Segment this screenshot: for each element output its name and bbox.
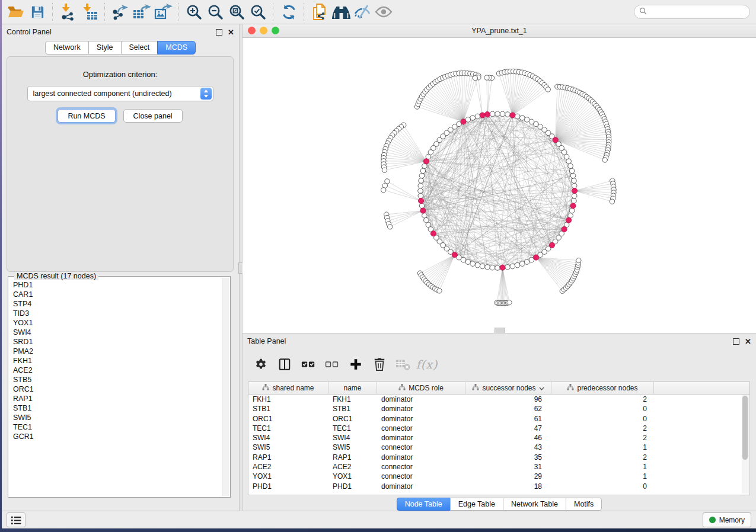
cell-MCDS-role: dominator [377, 482, 465, 491]
tab-network-table[interactable]: Network Table [503, 498, 566, 511]
zoom-fit-icon[interactable] [226, 2, 247, 22]
function-icon[interactable]: f(x) [419, 356, 435, 373]
refresh-icon[interactable] [278, 2, 299, 22]
table-scrollbar-thumb[interactable] [742, 396, 748, 460]
cell-shared-name: STB1 [248, 404, 328, 414]
cell-predecessor-nodes: 0 [551, 482, 654, 491]
search-field[interactable] [634, 5, 750, 19]
mcds-result-item[interactable]: ORC1 [9, 384, 222, 394]
window-close-icon[interactable] [248, 27, 256, 34]
table-row[interactable]: FKH1FKH1dominator962 [248, 395, 749, 404]
select-stepper-icon [200, 88, 212, 100]
mcds-result-item[interactable]: STB5 [9, 375, 222, 384]
table-panel-title: Table Panel [247, 337, 286, 345]
settings-gear-icon[interactable] [253, 356, 269, 373]
window-zoom-icon[interactable] [272, 27, 279, 34]
column-header-name[interactable]: name [328, 382, 377, 394]
tab-motifs[interactable]: Motifs [566, 498, 602, 511]
cell-name: SWI4 [328, 433, 377, 443]
eye-icon[interactable] [373, 2, 394, 22]
table-row[interactable]: RAP1RAP1dominator352 [248, 453, 749, 462]
mcds-result-item[interactable]: YOX1 [9, 318, 222, 328]
close-panel-button[interactable]: Close panel [123, 109, 183, 123]
table-row[interactable]: ACE2ACE2connector311 [248, 462, 749, 472]
tab-select[interactable]: Select [121, 41, 158, 55]
mcds-result-item[interactable]: SWI4 [9, 328, 222, 337]
cell-predecessor-nodes: 2 [551, 433, 654, 443]
optimization-criterion-select[interactable]: largest connected component (undirected) [27, 86, 213, 101]
mcds-result-item[interactable]: FKH1 [9, 356, 222, 366]
export-image-icon[interactable] [152, 2, 174, 22]
task-history-button[interactable] [7, 512, 25, 527]
window-minimize-icon[interactable] [260, 27, 267, 34]
mcds-result-item[interactable]: ACE2 [9, 366, 222, 375]
add-icon[interactable] [348, 356, 363, 373]
cell-shared-name: RAP1 [248, 453, 328, 462]
cell-predecessor-nodes: 1 [551, 443, 654, 452]
zoom-selected-icon[interactable] [247, 2, 269, 22]
network-graph [243, 38, 754, 333]
column-header-successor-nodes[interactable]: successor nodes [465, 382, 551, 394]
table-row[interactable]: TEC1TEC1connector472 [248, 424, 749, 433]
mcds-result-item[interactable]: SRD1 [9, 337, 222, 347]
tab-edge-table[interactable]: Edge Table [450, 498, 503, 511]
table-row[interactable]: STB1STB1dominator620 [248, 404, 749, 414]
toolbar-separator [52, 3, 53, 21]
table-row[interactable]: YOX1YOX1connector291 [248, 472, 749, 481]
network-window-titlebar[interactable]: YPA_prune.txt_1 [243, 24, 756, 38]
cell-MCDS-role: connector [377, 462, 465, 472]
zoom-out-icon[interactable] [205, 2, 226, 22]
table-panel-float-icon[interactable] [733, 338, 739, 345]
mcds-result-item[interactable]: RAP1 [9, 394, 222, 403]
export-network-icon[interactable] [110, 2, 131, 22]
tab-mcds[interactable]: MCDS [157, 41, 196, 55]
table-row[interactable]: SWI5SWI5connector431 [248, 443, 749, 452]
memory-button[interactable]: Memory [703, 512, 751, 527]
control-panel-float-icon[interactable] [216, 29, 222, 36]
toolbar-separator [273, 3, 274, 21]
table-row[interactable]: PHD1PHD1dominator180 [248, 482, 749, 491]
export-table-icon[interactable] [131, 2, 152, 22]
mcds-result-item[interactable]: GCR1 [9, 432, 222, 441]
mcds-result-list[interactable]: PHD1CAR1STP4TID3YOX1SWI4SRD1PMA2FKH1ACE2… [9, 280, 222, 496]
column-header-shared-name[interactable]: shared name [248, 382, 328, 394]
tab-network[interactable]: Network [45, 41, 89, 55]
tab-node-table[interactable]: Node Table [397, 498, 451, 511]
mcds-result-item[interactable]: CAR1 [9, 290, 222, 299]
tab-style[interactable]: Style [88, 41, 122, 55]
import-table-icon[interactable] [79, 2, 100, 22]
column-header-predecessor-nodes[interactable]: predecessor nodes [551, 382, 654, 394]
network-canvas[interactable] [243, 38, 756, 333]
mcds-result-group: MCDS result (17 nodes) PHD1CAR1STP4TID3Y… [8, 276, 231, 498]
mcds-result-scrollbar[interactable] [222, 278, 229, 496]
delete-table-icon[interactable] [395, 356, 411, 373]
table-row[interactable]: ORC1ORC1dominator610 [248, 414, 749, 424]
open-folder-icon[interactable] [5, 2, 27, 22]
mcds-result-item[interactable]: STB1 [9, 403, 222, 413]
table-scrollbar[interactable] [742, 395, 749, 493]
deselect-all-icon[interactable] [324, 356, 340, 373]
control-panel-close-icon[interactable]: ✕ [228, 28, 234, 36]
zoom-in-icon[interactable] [183, 2, 205, 22]
copy-documents-icon[interactable] [309, 2, 330, 22]
save-icon[interactable] [27, 2, 48, 22]
binoculars-icon[interactable] [330, 2, 352, 22]
hide-eye-icon[interactable] [352, 2, 373, 22]
search-input[interactable] [650, 7, 745, 17]
table-column-icon [262, 384, 269, 392]
mcds-result-item[interactable]: STP4 [9, 299, 222, 309]
table-panel-close-icon[interactable]: ✕ [745, 338, 751, 345]
table-row[interactable]: SWI4SWI4dominator462 [248, 433, 749, 443]
mcds-result-item[interactable]: TID3 [9, 309, 222, 318]
columns-icon[interactable] [277, 356, 292, 373]
delete-icon[interactable] [372, 356, 387, 373]
column-header-MCDS-role[interactable]: MCDS role [377, 382, 465, 394]
select-all-icon[interactable] [301, 356, 316, 373]
import-network-icon[interactable] [58, 2, 79, 22]
mcds-result-item[interactable]: TEC1 [9, 422, 222, 432]
app-window: Control Panel ✕ NetworkStyleSelectMCDS O… [2, 0, 756, 528]
mcds-result-item[interactable]: PMA2 [9, 347, 222, 356]
run-mcds-button[interactable]: Run MCDS [58, 109, 115, 123]
mcds-result-item[interactable]: SWI5 [9, 413, 222, 422]
mcds-result-item[interactable]: PHD1 [9, 280, 222, 290]
